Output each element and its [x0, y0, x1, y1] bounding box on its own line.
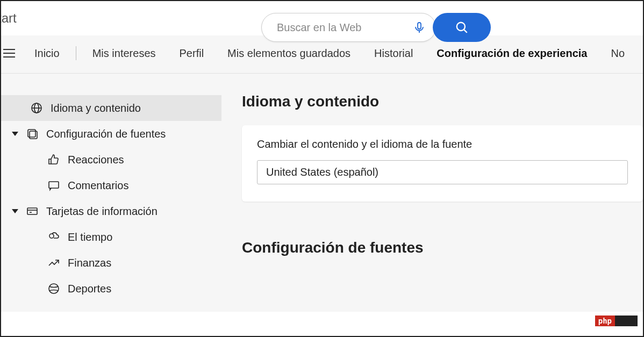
microphone-icon[interactable]: [413, 21, 426, 34]
php-badge: php: [595, 316, 638, 326]
sidebar-label: Tarjetas de información: [46, 205, 158, 218]
globe-icon: [30, 102, 43, 114]
language-card-label: Cambiar el contenido y el idioma de la f…: [257, 138, 628, 150]
sidebar-item-tiempo[interactable]: El tiempo: [1, 224, 221, 250]
svg-point-14: [49, 284, 59, 293]
svg-rect-0: [418, 23, 421, 29]
sidebar-label: Comentarios: [68, 180, 128, 192]
svg-point-13: [49, 234, 54, 238]
sidebar-item-finanzas[interactable]: Finanzas: [1, 250, 221, 276]
php-badge-extra: [615, 316, 638, 326]
language-card: Cambiar el contenido y el idioma de la f…: [242, 125, 643, 202]
cards-icon: [26, 205, 39, 218]
nav-historial[interactable]: Historial: [374, 47, 413, 60]
sidebar-label: Configuración de fuentes: [46, 128, 166, 140]
content-area: Idioma y contenido Cambiar el contenido …: [221, 74, 643, 312]
sidebar-item-deportes[interactable]: Deportes: [1, 276, 221, 302]
sidebar-label: Deportes: [68, 283, 111, 295]
sidebar-item-tarjetas[interactable]: Tarjetas de información: [1, 198, 221, 224]
sidebar-label: Finanzas: [68, 257, 111, 269]
header-bar: tart: [1, 1, 643, 35]
search-box[interactable]: [261, 13, 436, 42]
sidebar-item-fuentes[interactable]: Configuración de fuentes: [1, 121, 221, 147]
sidebar: Idioma y contenido Configuración de fuen…: [1, 74, 221, 312]
nav-divider: [76, 46, 76, 60]
nav-guardados[interactable]: Mis elementos guardados: [227, 47, 350, 60]
nav-inicio[interactable]: Inicio: [34, 47, 60, 60]
svg-rect-9: [49, 182, 59, 188]
svg-line-3: [464, 30, 467, 33]
nav-perfil[interactable]: Perfil: [180, 47, 204, 60]
hamburger-icon[interactable]: [3, 47, 15, 59]
php-badge-text: php: [595, 316, 615, 326]
svg-rect-8: [30, 131, 37, 139]
sports-icon: [47, 282, 60, 295]
weather-icon: [47, 231, 60, 243]
language-select[interactable]: United States (español): [257, 160, 628, 184]
main-area: Idioma y contenido Configuración de fuen…: [1, 74, 643, 312]
sidebar-item-reacciones[interactable]: Reacciones: [1, 147, 221, 173]
triangle-icon: [12, 132, 18, 136]
sources-icon: [26, 127, 39, 140]
sidebar-label: El tiempo: [68, 231, 112, 243]
triangle-icon: [12, 209, 18, 213]
nav-notificaciones[interactable]: No: [611, 47, 625, 60]
search-container: [261, 13, 491, 42]
section-title-idioma: Idioma y contenido: [242, 93, 643, 110]
search-input[interactable]: [277, 21, 413, 34]
svg-point-2: [457, 23, 465, 31]
nav-configuracion[interactable]: Configuración de experiencia: [437, 47, 587, 60]
svg-rect-7: [28, 130, 35, 137]
sidebar-item-idioma[interactable]: Idioma y contenido: [1, 95, 221, 121]
logo-text: tart: [0, 11, 17, 26]
comment-icon: [47, 179, 60, 192]
sidebar-item-comentarios[interactable]: Comentarios: [1, 173, 221, 198]
sidebar-label: Idioma y contenido: [51, 102, 141, 114]
search-button[interactable]: [433, 13, 491, 42]
svg-rect-10: [27, 208, 37, 214]
search-icon: [455, 20, 469, 34]
finance-icon: [47, 256, 60, 269]
sidebar-label: Reacciones: [68, 154, 124, 166]
section-title-fuentes: Configuración de fuentes: [242, 239, 643, 256]
nav-intereses[interactable]: Mis intereses: [92, 47, 156, 60]
thumbs-up-icon: [47, 153, 60, 166]
